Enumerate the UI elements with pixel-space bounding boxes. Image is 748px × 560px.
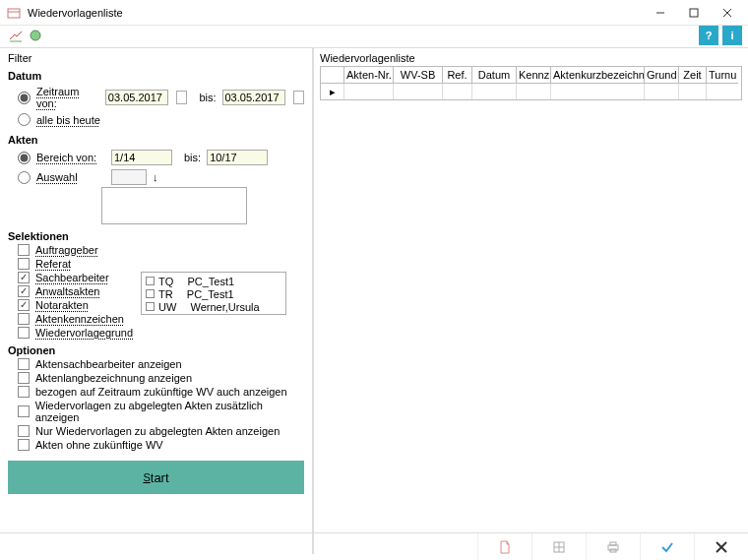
label-opt5: Nur Wiedervorlagen zu abgelegten Akten a…	[35, 425, 280, 437]
optionen-checklist: Aktensachbearbeiter anzeigen Aktenlangbe…	[18, 358, 304, 451]
label-anwaltsakten: Anwaltsakten	[35, 285, 99, 297]
start-button[interactable]: Start	[8, 461, 304, 494]
label-opt1: Aktensachbearbeiter anzeigen	[35, 358, 182, 370]
toolbar	[0, 26, 748, 47]
svg-rect-0	[8, 9, 20, 18]
footer-print-icon[interactable]	[586, 533, 640, 561]
label-alle: alle bis heute	[36, 114, 100, 126]
calendar-icon[interactable]	[176, 91, 187, 104]
checkbox-anwaltsakten[interactable]	[18, 285, 30, 297]
date-from-field[interactable]: 03.05.2017	[105, 90, 168, 105]
window-close-button[interactable]	[711, 1, 744, 25]
radio-zeitraum[interactable]	[18, 92, 31, 104]
footer-export-icon[interactable]	[531, 533, 586, 561]
label-bereich: Bereich von:	[36, 152, 105, 163]
info-button[interactable]: i	[722, 26, 742, 45]
radio-alle[interactable]	[18, 113, 31, 126]
label-auftraggeber: Auftraggeber	[35, 244, 98, 256]
bereich-to-field[interactable]: 10/17	[207, 150, 268, 165]
section-datum-title: Datum	[8, 70, 304, 82]
col-grund[interactable]: Grund	[645, 67, 679, 84]
sachbearbeiter-listbox[interactable]: TQ PC_Test1 TR PC_Test1 UW Werner,Ursula	[141, 272, 286, 315]
section-akten-title: Akten	[8, 134, 304, 146]
label-bis2: bis:	[184, 152, 201, 163]
calendar-icon[interactable]	[293, 91, 304, 104]
svg-rect-11	[610, 542, 616, 545]
window-maximize-button[interactable]	[677, 1, 711, 25]
title-bar: Wiedervorlagenliste	[0, 0, 748, 26]
col-aktennr[interactable]: Akten-Nr.	[344, 67, 394, 84]
col-kennz[interactable]: Kennz	[517, 67, 551, 84]
svg-point-6	[31, 31, 40, 40]
data-grid[interactable]: Akten-Nr. WV-SB Ref. Datum Kennz Aktenku…	[320, 66, 742, 100]
grid-empty-row: ▸	[321, 84, 741, 99]
label-notarakten: Notarakten	[35, 299, 89, 311]
label-opt6: Akten ohne zukünftige WV	[35, 439, 163, 451]
label-wiedervorlagegrund: Wiedervorlagegrund	[35, 327, 133, 339]
col-ref[interactable]: Ref.	[443, 67, 472, 84]
bereich-from-field[interactable]: 1/14	[111, 150, 172, 165]
col-aktenkurz[interactable]: Aktenkurzbezeichnung	[551, 67, 645, 84]
help-row: ? i	[699, 26, 742, 45]
footer-ok-button[interactable]	[640, 533, 694, 561]
checkbox-referat[interactable]	[18, 258, 30, 270]
svg-rect-3	[690, 9, 698, 17]
app-icon	[6, 5, 22, 21]
checkbox-opt1[interactable]	[18, 358, 30, 370]
list-item[interactable]: TQ PC_Test1	[146, 275, 281, 287]
footer-toolbar	[0, 532, 748, 560]
checkbox-opt5[interactable]	[18, 425, 30, 437]
label-zeitraum: Zeitraum von:	[36, 86, 99, 109]
label-bis1: bis:	[199, 92, 216, 103]
help-button[interactable]: ?	[699, 26, 718, 45]
checkbox-sachbearbeiter[interactable]	[18, 272, 30, 283]
label-sachbearbeiter: Sachbearbeiter	[35, 272, 109, 283]
radio-bereich[interactable]	[18, 152, 31, 164]
footer-page-icon[interactable]	[477, 533, 531, 561]
col-wvsb[interactable]: WV-SB	[394, 67, 443, 84]
window-minimize-button[interactable]	[644, 1, 677, 25]
table-title: Wiedervorlagenliste	[320, 52, 742, 64]
grid-header-row: Akten-Nr. WV-SB Ref. Datum Kennz Aktenku…	[321, 67, 741, 84]
col-datum[interactable]: Datum	[472, 67, 517, 84]
row-selector-icon[interactable]: ▸	[321, 84, 344, 99]
col-zeit[interactable]: Zeit	[679, 67, 707, 84]
col-turnus[interactable]: Turnu	[707, 67, 738, 84]
checkbox-opt3[interactable]	[18, 386, 30, 398]
tool-icon-1[interactable]	[8, 28, 24, 45]
filter-panel: Filter Datum Zeitraum von: 03.05.2017 bi…	[0, 48, 313, 554]
selektionen-checklist: Auftraggeber Referat Sachbearbeiter Anwa…	[18, 244, 133, 339]
auswahl-textarea[interactable]	[101, 187, 247, 224]
window-title: Wiedervorlagenliste	[28, 7, 123, 19]
label-aktenkennzeichen: Aktenkennzeichen	[35, 313, 124, 325]
label-opt4: Wiedervorlagen zu abgelegten Akten zusät…	[35, 400, 304, 423]
section-optionen-title: Optionen	[8, 344, 304, 356]
checkbox-aktenkennzeichen[interactable]	[18, 313, 30, 325]
auswahl-dropdown[interactable]	[111, 169, 147, 185]
results-panel: Wiedervorlagenliste Akten-Nr. WV-SB Ref.…	[313, 48, 748, 554]
label-auswahl: Auswahl	[36, 171, 105, 183]
section-selektionen-title: Selektionen	[8, 230, 304, 242]
checkbox-opt2[interactable]	[18, 372, 30, 384]
checkbox-opt6[interactable]	[18, 439, 30, 451]
date-to-field[interactable]: 03.05.2017	[222, 90, 285, 105]
label-opt3: bezogen auf Zeitraum zukünftige WV auch …	[35, 386, 287, 398]
checkbox-auftraggeber[interactable]	[18, 244, 30, 256]
checkbox-opt4[interactable]	[18, 405, 30, 417]
label-opt2: Aktenlangbezeichnung anzeigen	[35, 372, 192, 384]
radio-auswahl[interactable]	[18, 171, 31, 184]
label-referat: Referat	[35, 258, 71, 270]
list-item[interactable]: TR PC_Test1	[146, 287, 281, 300]
row-selector-header	[321, 67, 344, 84]
filter-label: Filter	[8, 52, 304, 64]
checkbox-wiedervorlagegrund[interactable]	[18, 327, 30, 339]
list-item[interactable]: UW Werner,Ursula	[146, 300, 281, 313]
checkbox-notarakten[interactable]	[18, 299, 30, 311]
footer-cancel-button[interactable]	[694, 533, 748, 561]
sort-icon[interactable]: ↓	[153, 171, 158, 183]
tool-icon-2[interactable]	[28, 28, 43, 45]
